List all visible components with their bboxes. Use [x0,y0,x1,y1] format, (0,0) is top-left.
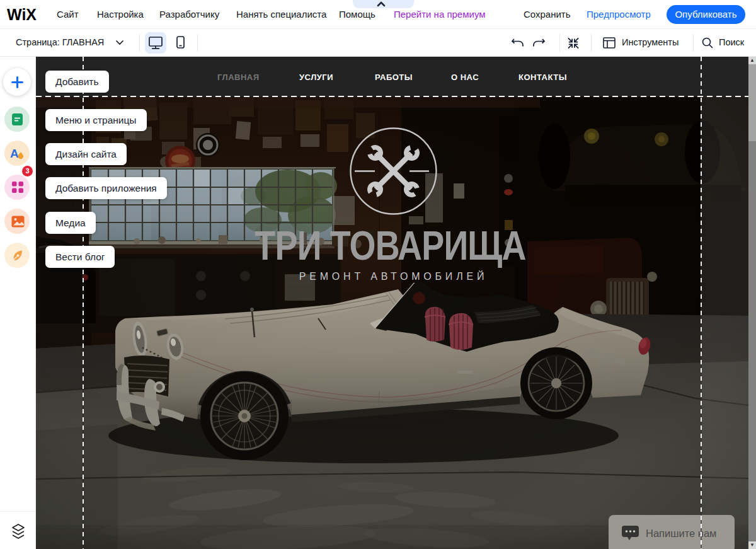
svg-text:WiX: WiX [7,6,37,23]
svg-text:A: A [10,147,19,160]
